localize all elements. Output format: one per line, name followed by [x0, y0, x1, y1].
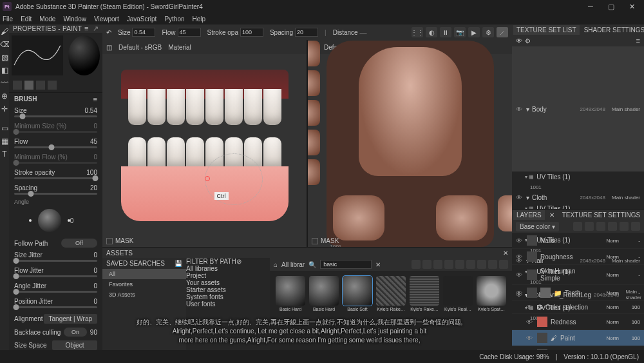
filter-brush-icon[interactable]: [455, 260, 464, 269]
layer-row[interactable]: 👁NailsNorm-: [512, 233, 644, 249]
path-system-fonts[interactable]: System fonts: [186, 293, 270, 300]
stroke-opacity-slider[interactable]: [14, 177, 97, 179]
path-starter[interactable]: Starter assets: [186, 286, 270, 293]
symmetry-icon[interactable]: ⋮⋮: [412, 27, 423, 37]
flow-value[interactable]: 45: [90, 138, 97, 145]
3d-mask-checkbox[interactable]: [106, 238, 113, 244]
spacing-slider[interactable]: [14, 193, 97, 195]
ctx-stroke-input[interactable]: [240, 28, 263, 37]
filter-smart-icon[interactable]: [422, 260, 431, 269]
flow-jitter-value[interactable]: 0: [93, 267, 97, 274]
brush-section-menu-icon[interactable]: ≡: [93, 95, 97, 103]
angle-jitter-value[interactable]: 0: [93, 282, 97, 289]
channel-dropdown[interactable]: Base color ▾: [516, 222, 559, 231]
save-search-icon[interactable]: 💾: [175, 260, 182, 267]
camera-icon[interactable]: 📷: [454, 27, 466, 37]
tab-texture-set-settings[interactable]: TEXTURE SET SETTINGS: [559, 210, 644, 220]
ctx-size-input[interactable]: [132, 28, 155, 37]
asset-thumb[interactable]: Basic Hard: [308, 276, 339, 315]
render-icon[interactable]: ▶: [468, 27, 480, 37]
visibility-icon[interactable]: 👁: [526, 304, 534, 311]
chevron-down-icon[interactable]: ▾: [526, 106, 529, 113]
settings-icon[interactable]: ⚙: [482, 27, 494, 37]
angle-jitter-slider[interactable]: [14, 291, 97, 293]
visibility-icon[interactable]: 👁: [516, 106, 524, 113]
layer-thumb[interactable]: [527, 251, 537, 262]
pressure-curve[interactable]: [12, 35, 63, 75]
close-button[interactable]: ✕: [622, 1, 641, 12]
layer-row[interactable]: 👁🖌PaintNorm100: [512, 330, 644, 346]
visibility-icon[interactable]: 👁: [516, 237, 524, 244]
asset-thumb[interactable]: Kyle's Spat…: [476, 276, 507, 315]
add-mask-icon[interactable]: [585, 222, 594, 231]
asset-thumb[interactable]: Basic Soft: [342, 276, 373, 315]
search-input[interactable]: [320, 260, 372, 269]
visibility-icon[interactable]: 👁: [526, 335, 534, 342]
chevron-down-icon[interactable]: ▾: [526, 194, 529, 201]
ts-menu-icon[interactable]: ≡: [636, 37, 640, 44]
smart-fill-icon[interactable]: ▦: [0, 137, 9, 146]
layer-thumb[interactable]: [527, 270, 537, 280]
material-preview[interactable]: [68, 35, 100, 75]
saved-3d-assets[interactable]: 3D Assets: [102, 289, 186, 300]
undo-icon[interactable]: ↶: [106, 29, 111, 36]
spacing-value[interactable]: 20: [90, 184, 97, 191]
lazy-mouse-icon[interactable]: ◐: [426, 27, 437, 37]
size-value[interactable]: 0.54: [85, 107, 97, 114]
menu-help[interactable]: Help: [193, 15, 206, 23]
visibility-icon[interactable]: 👁: [516, 289, 524, 297]
perspective-icon[interactable]: ⟋: [497, 27, 508, 37]
visibility-icon[interactable]: 👁: [516, 271, 524, 279]
material-tab-icon[interactable]: [48, 81, 57, 90]
add-folder-icon[interactable]: [608, 222, 617, 231]
menu-viewport[interactable]: Viewport: [94, 15, 119, 23]
pause-icon[interactable]: ⏸: [440, 27, 451, 37]
panel-menu-icon[interactable]: ≡: [84, 25, 89, 33]
menu-javascript[interactable]: JavaScript: [127, 15, 157, 23]
filter-env-icon[interactable]: [466, 260, 475, 269]
path-user-fonts[interactable]: User fonts: [186, 300, 270, 308]
add-effect-icon[interactable]: [573, 222, 582, 231]
menu-window[interactable]: Window: [63, 15, 86, 23]
search-scope[interactable]: All librar: [281, 261, 305, 268]
layer-mask-thumb[interactable]: [540, 288, 551, 298]
tab-layers[interactable]: LAYERS: [513, 210, 545, 220]
alignment-dropdown[interactable]: Tangent | Wrap: [44, 314, 97, 324]
visibility-icon[interactable]: 👁: [526, 319, 534, 326]
assets-close-icon[interactable]: ✕: [503, 250, 508, 257]
flow-slider[interactable]: [14, 146, 97, 148]
layer-thumb[interactable]: [527, 288, 537, 298]
3d-mode-icon[interactable]: ◫: [106, 44, 112, 51]
menu-edit[interactable]: Edit: [21, 15, 32, 23]
layer-thumb[interactable]: [537, 333, 547, 343]
panel-undock-icon[interactable]: ↗: [93, 25, 99, 33]
uv-tiles-row[interactable]: ▾ ▦ UV Tiles (1): [512, 172, 644, 182]
picker-tool-icon[interactable]: ✛: [0, 104, 9, 113]
layer-thumb[interactable]: [537, 317, 547, 327]
3d-viewport[interactable]: ◫ Default - sRGB Material Ctrl MASK: [102, 40, 307, 247]
path-all-libraries[interactable]: All libraries: [186, 265, 270, 272]
visibility-icon[interactable]: 👁: [516, 194, 524, 201]
asset-thumb[interactable]: Kyle's Rake…: [375, 276, 406, 315]
brush-tab-icon[interactable]: [13, 81, 22, 90]
filter-alpha-icon[interactable]: [433, 260, 442, 269]
ctx-flow-input[interactable]: [178, 28, 201, 37]
menu-file[interactable]: File: [3, 15, 13, 23]
size-slider[interactable]: [14, 115, 97, 117]
ts-solo-icon[interactable]: 👁: [516, 37, 522, 44]
menu-python[interactable]: Python: [164, 15, 184, 23]
minimize-button[interactable]: ─: [581, 1, 600, 12]
view-list-icon[interactable]: [499, 260, 508, 269]
3d-channel-dropdown[interactable]: Material: [168, 44, 191, 51]
projection-tool-icon[interactable]: ▧: [0, 53, 9, 62]
filter-material-icon[interactable]: [412, 260, 421, 269]
eraser-tool-icon[interactable]: ⌫: [0, 40, 9, 49]
3d-display-dropdown[interactable]: Default - sRGB: [118, 44, 162, 51]
ts-settings-icon[interactable]: ⚙: [525, 37, 531, 44]
asset-thumb[interactable]: Kyle's Real…: [442, 276, 473, 315]
add-fill-icon[interactable]: [596, 222, 605, 231]
layer-folder-row[interactable]: 👁📁TeethNorm-: [512, 285, 644, 301]
layer-row[interactable]: 👁RoughnessNorm-: [512, 249, 644, 265]
delete-layer-icon[interactable]: [631, 222, 640, 231]
layer-row[interactable]: 👁RednessNorm100: [512, 314, 644, 330]
